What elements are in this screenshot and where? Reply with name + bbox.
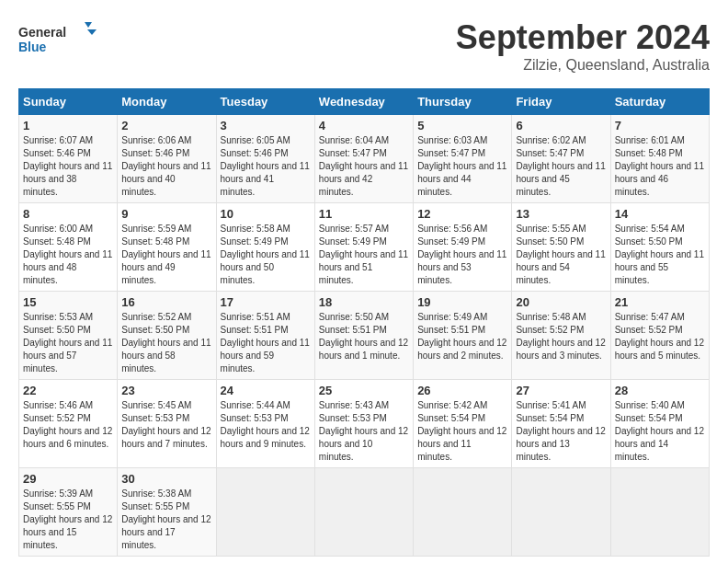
calendar-body: 1 Sunrise: 6:07 AM Sunset: 5:46 PM Dayli… — [19, 115, 710, 557]
day-info: Sunrise: 5:39 AM Sunset: 5:55 PM Dayligh… — [23, 488, 113, 552]
day-cell — [512, 468, 610, 557]
day-info: Sunrise: 5:58 AM Sunset: 5:49 PM Dayligh… — [221, 223, 311, 287]
month-title: September 2024 — [456, 18, 710, 57]
day-number: 18 — [319, 295, 409, 309]
day-cell: 28 Sunrise: 5:40 AM Sunset: 5:54 PM Dayl… — [610, 380, 709, 468]
day-cell: 23 Sunrise: 5:45 AM Sunset: 5:53 PM Dayl… — [118, 380, 216, 468]
col-wednesday: Wednesday — [314, 89, 413, 115]
day-cell: 4 Sunrise: 6:04 AM Sunset: 5:47 PM Dayli… — [314, 115, 413, 203]
day-cell: 20 Sunrise: 5:48 AM Sunset: 5:52 PM Dayl… — [512, 292, 610, 380]
day-info: Sunrise: 6:06 AM Sunset: 5:46 PM Dayligh… — [121, 134, 211, 199]
day-number: 28 — [615, 384, 705, 397]
day-info: Sunrise: 5:51 AM Sunset: 5:51 PM Dayligh… — [221, 311, 311, 375]
day-cell: 17 Sunrise: 5:51 AM Sunset: 5:51 PM Dayl… — [216, 292, 314, 380]
col-monday: Monday — [118, 89, 216, 115]
day-cell: 1 Sunrise: 6:07 AM Sunset: 5:46 PM Dayli… — [19, 115, 118, 203]
day-cell: 25 Sunrise: 5:43 AM Sunset: 5:53 PM Dayl… — [314, 380, 413, 468]
day-cell: 18 Sunrise: 5:50 AM Sunset: 5:51 PM Dayl… — [314, 292, 413, 380]
day-info: Sunrise: 6:00 AM Sunset: 5:48 PM Dayligh… — [23, 223, 113, 287]
svg-marker-3 — [87, 29, 97, 35]
day-number: 19 — [417, 295, 507, 309]
calendar-header: Sunday Monday Tuesday Wednesday Thursday… — [19, 89, 710, 115]
day-cell — [414, 468, 512, 557]
week-row-1: 1 Sunrise: 6:07 AM Sunset: 5:46 PM Dayli… — [19, 115, 710, 203]
day-info: Sunrise: 5:44 AM Sunset: 5:53 PM Dayligh… — [221, 399, 311, 451]
logo: General Blue — [18, 18, 101, 60]
day-number: 30 — [121, 472, 211, 486]
col-friday: Friday — [512, 89, 610, 115]
day-number: 1 — [23, 119, 113, 132]
day-cell: 5 Sunrise: 6:03 AM Sunset: 5:47 PM Dayli… — [414, 115, 512, 203]
day-cell: 8 Sunrise: 6:00 AM Sunset: 5:48 PM Dayli… — [19, 203, 118, 292]
day-number: 25 — [319, 384, 409, 397]
day-number: 5 — [417, 119, 507, 132]
day-number: 17 — [221, 295, 311, 309]
week-row-2: 8 Sunrise: 6:00 AM Sunset: 5:48 PM Dayli… — [19, 203, 710, 292]
day-number: 9 — [121, 207, 211, 221]
day-number: 2 — [121, 119, 211, 132]
day-number: 12 — [417, 207, 507, 221]
week-row-5: 29 Sunrise: 5:39 AM Sunset: 5:55 PM Dayl… — [19, 468, 710, 557]
col-sunday: Sunday — [19, 89, 118, 115]
day-number: 7 — [615, 119, 705, 132]
location-subtitle: Zilzie, Queensland, Australia — [456, 57, 710, 74]
day-cell — [216, 468, 314, 557]
day-info: Sunrise: 5:41 AM Sunset: 5:54 PM Dayligh… — [516, 399, 606, 464]
logo-svg: General Blue — [18, 18, 101, 60]
day-cell: 16 Sunrise: 5:52 AM Sunset: 5:50 PM Dayl… — [118, 292, 216, 380]
svg-marker-2 — [85, 22, 92, 28]
col-thursday: Thursday — [414, 89, 512, 115]
day-cell: 9 Sunrise: 5:59 AM Sunset: 5:48 PM Dayli… — [118, 203, 216, 292]
day-cell: 29 Sunrise: 5:39 AM Sunset: 5:55 PM Dayl… — [19, 468, 118, 557]
day-number: 11 — [319, 207, 409, 221]
day-cell: 15 Sunrise: 5:53 AM Sunset: 5:50 PM Dayl… — [19, 292, 118, 380]
day-info: Sunrise: 5:42 AM Sunset: 5:54 PM Dayligh… — [417, 399, 507, 464]
day-info: Sunrise: 5:57 AM Sunset: 5:49 PM Dayligh… — [319, 223, 409, 287]
day-info: Sunrise: 5:40 AM Sunset: 5:54 PM Dayligh… — [615, 399, 705, 464]
svg-text:General: General — [18, 25, 66, 40]
day-cell: 24 Sunrise: 5:44 AM Sunset: 5:53 PM Dayl… — [216, 380, 314, 468]
day-info: Sunrise: 6:07 AM Sunset: 5:46 PM Dayligh… — [23, 134, 113, 199]
day-number: 8 — [23, 207, 113, 221]
day-info: Sunrise: 5:50 AM Sunset: 5:51 PM Dayligh… — [319, 311, 409, 362]
day-info: Sunrise: 6:03 AM Sunset: 5:47 PM Dayligh… — [417, 134, 507, 199]
day-cell: 14 Sunrise: 5:54 AM Sunset: 5:50 PM Dayl… — [610, 203, 709, 292]
day-cell: 11 Sunrise: 5:57 AM Sunset: 5:49 PM Dayl… — [314, 203, 413, 292]
day-number: 23 — [121, 384, 211, 397]
day-info: Sunrise: 5:55 AM Sunset: 5:50 PM Dayligh… — [516, 223, 606, 287]
day-info: Sunrise: 6:05 AM Sunset: 5:46 PM Dayligh… — [221, 134, 311, 199]
day-number: 22 — [23, 384, 113, 397]
day-info: Sunrise: 6:02 AM Sunset: 5:47 PM Dayligh… — [516, 134, 606, 199]
day-info: Sunrise: 5:48 AM Sunset: 5:52 PM Dayligh… — [516, 311, 606, 362]
week-row-4: 22 Sunrise: 5:46 AM Sunset: 5:52 PM Dayl… — [19, 380, 710, 468]
week-row-3: 15 Sunrise: 5:53 AM Sunset: 5:50 PM Dayl… — [19, 292, 710, 380]
day-info: Sunrise: 5:56 AM Sunset: 5:49 PM Dayligh… — [417, 223, 507, 287]
day-info: Sunrise: 5:52 AM Sunset: 5:50 PM Dayligh… — [121, 311, 211, 375]
day-info: Sunrise: 5:53 AM Sunset: 5:50 PM Dayligh… — [23, 311, 113, 375]
day-cell: 19 Sunrise: 5:49 AM Sunset: 5:51 PM Dayl… — [414, 292, 512, 380]
col-tuesday: Tuesday — [216, 89, 314, 115]
day-info: Sunrise: 5:46 AM Sunset: 5:52 PM Dayligh… — [23, 399, 113, 451]
day-number: 14 — [615, 207, 705, 221]
day-cell: 21 Sunrise: 5:47 AM Sunset: 5:52 PM Dayl… — [610, 292, 709, 380]
day-number: 4 — [319, 119, 409, 132]
day-number: 21 — [615, 295, 705, 309]
day-number: 16 — [121, 295, 211, 309]
day-info: Sunrise: 5:45 AM Sunset: 5:53 PM Dayligh… — [121, 399, 211, 451]
day-number: 20 — [516, 295, 606, 309]
day-cell: 26 Sunrise: 5:42 AM Sunset: 5:54 PM Dayl… — [414, 380, 512, 468]
day-number: 3 — [221, 119, 311, 132]
day-cell — [610, 468, 709, 557]
day-cell: 7 Sunrise: 6:01 AM Sunset: 5:48 PM Dayli… — [610, 115, 709, 203]
day-number: 29 — [23, 472, 113, 486]
day-info: Sunrise: 6:01 AM Sunset: 5:48 PM Dayligh… — [615, 134, 705, 199]
day-info: Sunrise: 5:49 AM Sunset: 5:51 PM Dayligh… — [417, 311, 507, 362]
day-number: 26 — [417, 384, 507, 397]
day-cell: 22 Sunrise: 5:46 AM Sunset: 5:52 PM Dayl… — [19, 380, 118, 468]
header-row: Sunday Monday Tuesday Wednesday Thursday… — [19, 89, 710, 115]
day-number: 13 — [516, 207, 606, 221]
day-cell: 2 Sunrise: 6:06 AM Sunset: 5:46 PM Dayli… — [118, 115, 216, 203]
day-number: 15 — [23, 295, 113, 309]
col-saturday: Saturday — [610, 89, 709, 115]
page-header: General Blue September 2024 Zilzie, Quee… — [18, 18, 710, 74]
